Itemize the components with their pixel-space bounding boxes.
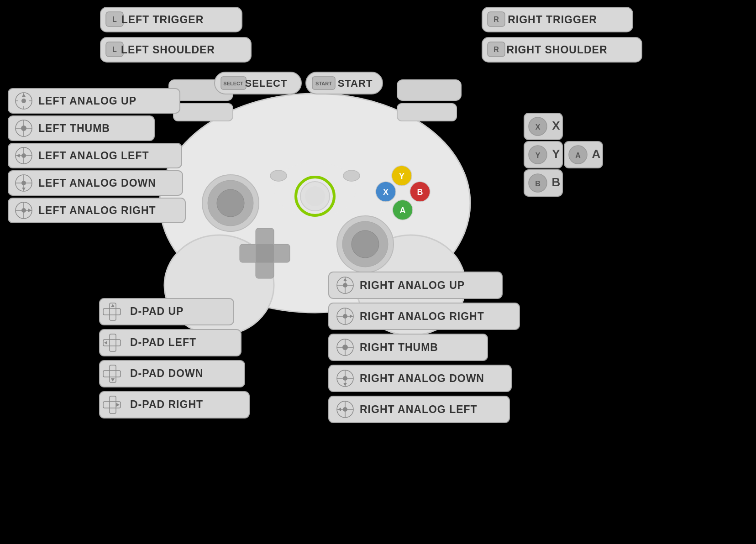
svg-text:LEFT ANALOG LEFT: LEFT ANALOG LEFT bbox=[38, 150, 149, 162]
svg-text:START: START bbox=[338, 78, 373, 89]
svg-text:A: A bbox=[592, 147, 601, 161]
svg-point-20 bbox=[270, 170, 287, 181]
svg-text:Y: Y bbox=[536, 152, 541, 159]
svg-text:B: B bbox=[417, 188, 423, 197]
svg-text:RIGHT ANALOG DOWN: RIGHT ANALOG DOWN bbox=[360, 372, 484, 384]
svg-text:D-PAD UP: D-PAD UP bbox=[130, 305, 184, 317]
svg-rect-16 bbox=[256, 244, 274, 262]
svg-text:D-PAD RIGHT: D-PAD RIGHT bbox=[130, 398, 203, 410]
svg-text:RIGHT THUMB: RIGHT THUMB bbox=[360, 341, 438, 353]
svg-text:B: B bbox=[535, 180, 541, 188]
svg-text:L: L bbox=[112, 46, 117, 53]
svg-point-19 bbox=[305, 186, 325, 206]
svg-text:SELECT: SELECT bbox=[223, 81, 243, 86]
svg-point-67 bbox=[21, 126, 26, 131]
svg-text:SELECT: SELECT bbox=[245, 78, 288, 89]
svg-point-115 bbox=[343, 283, 347, 288]
svg-text:X: X bbox=[536, 123, 541, 131]
svg-text:RIGHT TRIGGER: RIGHT TRIGGER bbox=[508, 14, 597, 26]
svg-point-88 bbox=[21, 208, 26, 213]
svg-text:D-PAD DOWN: D-PAD DOWN bbox=[130, 367, 203, 379]
svg-text:A: A bbox=[400, 206, 406, 215]
svg-text:RIGHT SHOULDER: RIGHT SHOULDER bbox=[507, 44, 608, 56]
svg-point-142 bbox=[343, 407, 347, 412]
svg-point-135 bbox=[343, 376, 347, 381]
svg-text:LEFT ANALOG DOWN: LEFT ANALOG DOWN bbox=[38, 177, 156, 189]
svg-rect-5 bbox=[397, 80, 461, 100]
svg-point-61 bbox=[21, 99, 26, 103]
svg-point-21 bbox=[343, 170, 360, 181]
svg-point-13 bbox=[352, 230, 379, 258]
svg-text:L: L bbox=[112, 16, 117, 23]
svg-text:START: START bbox=[315, 81, 332, 86]
svg-point-81 bbox=[21, 181, 26, 185]
svg-point-10 bbox=[217, 189, 244, 217]
svg-text:R: R bbox=[493, 16, 499, 23]
svg-point-128 bbox=[342, 345, 348, 350]
svg-text:Y: Y bbox=[552, 147, 560, 161]
svg-text:R: R bbox=[493, 46, 499, 53]
svg-text:LEFT ANALOG UP: LEFT ANALOG UP bbox=[38, 95, 136, 107]
svg-text:Y: Y bbox=[399, 172, 404, 181]
svg-point-74 bbox=[21, 153, 26, 158]
svg-rect-7 bbox=[397, 104, 457, 121]
svg-point-122 bbox=[343, 314, 347, 319]
svg-text:X: X bbox=[552, 119, 560, 132]
svg-text:RIGHT ANALOG LEFT: RIGHT ANALOG LEFT bbox=[360, 403, 478, 415]
svg-text:LEFT THUMB: LEFT THUMB bbox=[38, 122, 110, 134]
svg-text:LEFT SHOULDER: LEFT SHOULDER bbox=[121, 44, 215, 56]
svg-text:RIGHT ANALOG RIGHT: RIGHT ANALOG RIGHT bbox=[360, 310, 484, 322]
svg-text:LEFT ANALOG RIGHT: LEFT ANALOG RIGHT bbox=[38, 204, 156, 216]
svg-text:D-PAD LEFT: D-PAD LEFT bbox=[130, 336, 196, 348]
svg-text:B: B bbox=[552, 175, 561, 189]
svg-rect-6 bbox=[173, 104, 233, 121]
svg-text:LEFT TRIGGER: LEFT TRIGGER bbox=[121, 14, 204, 26]
svg-text:RIGHT ANALOG UP: RIGHT ANALOG UP bbox=[360, 279, 465, 291]
svg-text:A: A bbox=[575, 152, 581, 159]
svg-text:X: X bbox=[383, 188, 388, 197]
